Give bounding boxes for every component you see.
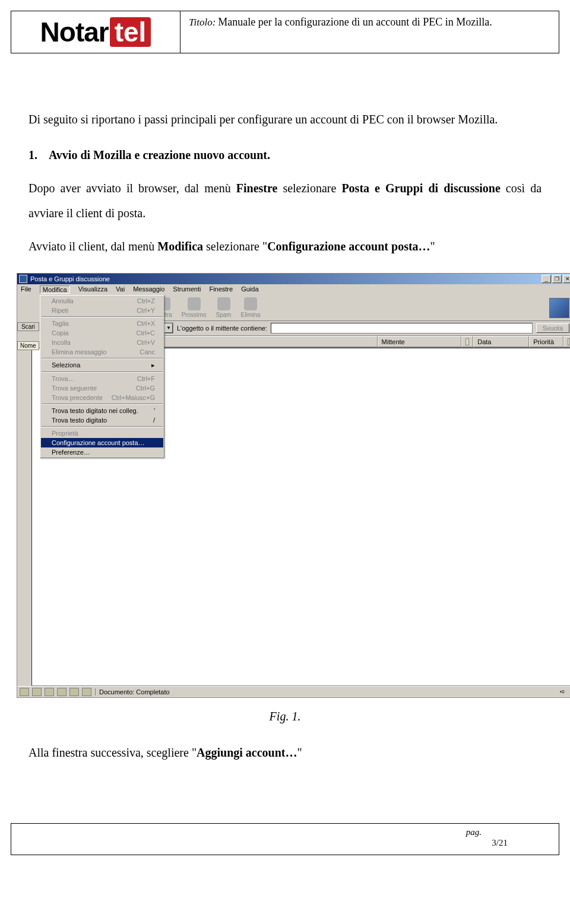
minimize-button[interactable]: _: [542, 275, 551, 283]
figure-caption: Fig. 1.: [11, 710, 559, 723]
menu-item[interactable]: CopiaCtrl+C: [41, 328, 163, 338]
window-title: Posta e Gruppi discussione: [30, 275, 110, 282]
menu-item[interactable]: Elimina messaggioCanc: [41, 347, 163, 357]
menu-item[interactable]: Trova testo digitato/: [41, 415, 163, 425]
tbtn-elimina[interactable]: Elimina: [241, 297, 261, 318]
menu-guida[interactable]: Guida: [241, 285, 258, 294]
logo-cell: Notar tel: [11, 11, 180, 53]
footer-page: 3/21: [492, 838, 508, 848]
close-button[interactable]: ✕: [563, 275, 570, 283]
column-header[interactable]: Data: [473, 336, 529, 347]
notartel-logo: Notar tel: [40, 16, 151, 48]
column-header[interactable]: Mittente: [378, 336, 462, 347]
column-header[interactable]: [461, 336, 473, 347]
title-cell: Titolo: Manuale per la configurazione di…: [180, 11, 559, 53]
status-icon[interactable]: [57, 688, 66, 696]
sidebar-tab-nome[interactable]: Nome: [17, 341, 39, 350]
menu-item[interactable]: Configurazione account posta…: [41, 438, 163, 447]
menu-item[interactable]: Seleziona▸: [41, 360, 163, 370]
menu-item[interactable]: Preferenze…: [41, 447, 163, 457]
menu-visualizza[interactable]: Visualizza: [78, 285, 107, 294]
footer: pag. 3/21: [11, 823, 559, 855]
status-icon[interactable]: [82, 688, 91, 696]
filter-label: L'oggetto o il mittente contiene:: [177, 325, 267, 332]
filter-input[interactable]: [271, 323, 533, 334]
footer-label: pag.: [466, 827, 482, 837]
tbtn-prossimo[interactable]: Prossimo: [182, 297, 207, 318]
closing-paragraph: Alla finestra successiva, scegliere "Agg…: [11, 741, 559, 764]
tbtn-spam[interactable]: Spam: [216, 297, 231, 318]
filter-row: ▼ L'oggetto o il mittente contiene: Svuo…: [151, 321, 570, 336]
throbber-icon: [549, 298, 569, 318]
menu-item[interactable]: Trova testo digitato nei colleg.': [41, 406, 163, 415]
maximize-button[interactable]: ❐: [552, 275, 562, 283]
menu-item[interactable]: RipetiCtrl+Y: [41, 306, 163, 315]
title-text: Manuale per la configurazione di un acco…: [218, 16, 492, 28]
logo-text-part2: tel: [110, 17, 151, 47]
menubar: File Modifica Visualizza Vai Messaggio S…: [17, 284, 570, 295]
status-text: Documento: Completato: [95, 688, 556, 696]
paragraph-3: Avviato il client, dal menù Modifica sel…: [28, 234, 542, 259]
status-icon[interactable]: [20, 688, 29, 696]
status-icon[interactable]: [69, 688, 79, 696]
menu-item[interactable]: IncollaCtrl+V: [41, 338, 163, 347]
modifica-dropdown: AnnullaCtrl+ZRipetiCtrl+YTagliaCtrl+XCop…: [40, 295, 164, 458]
paragraph-2: Dopo aver avviato il browser, dal menù F…: [28, 176, 542, 226]
body-text: Di seguito si riportano i passi principa…: [11, 107, 559, 259]
menu-modifica[interactable]: Modifica: [40, 285, 70, 294]
column-headers: MittenteDataPriorità: [151, 336, 570, 348]
menu-item[interactable]: Proprietà: [41, 428, 163, 438]
section-heading: 1. Avvio di Mozilla e creazione nuovo ac…: [28, 142, 542, 167]
logo-text-part1: Notar: [40, 16, 109, 48]
filter-clear-button[interactable]: Svuota: [536, 323, 569, 333]
menu-finestre[interactable]: Finestre: [209, 285, 233, 294]
intro-paragraph: Di seguito si riportano i passi principa…: [28, 107, 542, 132]
column-header[interactable]: [151, 336, 378, 347]
menu-file[interactable]: File: [21, 285, 31, 294]
app-screenshot: Posta e Gruppi discussione _ ❐ ✕ File Mo…: [17, 273, 570, 698]
window-controls: _ ❐ ✕: [542, 275, 570, 283]
column-header[interactable]: Priorità: [529, 336, 563, 347]
status-right-icon: ➪: [560, 688, 570, 696]
menu-vai[interactable]: Vai: [116, 285, 125, 294]
menu-messaggio[interactable]: Messaggio: [133, 285, 164, 294]
column-header[interactable]: [563, 336, 570, 347]
document-header: Notar tel Titolo: Manuale per la configu…: [11, 11, 559, 53]
menu-item[interactable]: Trova seguenteCtrl+G: [41, 383, 163, 393]
sidebar-tab-scari[interactable]: Scari: [17, 322, 39, 331]
menu-strumenti[interactable]: Strumenti: [173, 285, 201, 294]
window-titlebar: Posta e Gruppi discussione _ ❐ ✕: [17, 274, 570, 284]
menu-item[interactable]: Trova precedenteCtrl+Maiusc+G: [41, 393, 163, 402]
app-icon: [19, 275, 27, 283]
title-label: Titolo:: [189, 17, 216, 28]
menu-item[interactable]: TagliaCtrl+X: [41, 319, 163, 328]
toolbar: Inoltra Prossimo Spam Elimina: [151, 295, 570, 321]
status-icon[interactable]: [45, 688, 54, 696]
statusbar: Documento: Completato ➪: [17, 686, 570, 697]
menu-item[interactable]: AnnullaCtrl+Z: [41, 296, 163, 306]
menu-item[interactable]: Trova…Ctrl+F: [41, 374, 163, 383]
status-icon[interactable]: [32, 688, 42, 696]
